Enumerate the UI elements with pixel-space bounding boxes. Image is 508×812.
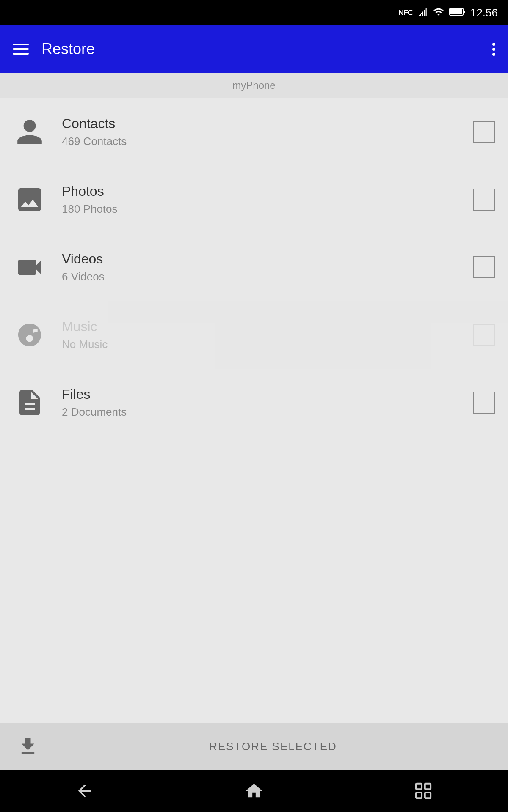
photos-text: Photos 180 Photos [62,184,458,216]
wifi-icon [432,6,445,19]
music-subtitle: No Music [62,338,458,351]
contacts-subtitle: 469 Contacts [62,135,458,148]
contacts-text: Contacts 469 Contacts [62,116,458,148]
svg-rect-5 [416,793,422,798]
music-checkbox [473,324,495,346]
list-item-photos: Photos 180 Photos [0,166,508,233]
list-item-contacts: Contacts 469 Contacts [0,98,508,166]
recents-button[interactable] [414,781,433,801]
more-options-button[interactable] [492,43,495,56]
photos-subtitle: 180 Photos [62,203,458,216]
svg-rect-6 [425,793,431,798]
download-icon [15,734,41,759]
device-label: myPhone [0,73,508,98]
photos-title: Photos [62,184,458,199]
svg-rect-3 [416,784,422,789]
contacts-checkbox[interactable] [473,121,495,143]
nfc-icon: NFC [398,8,413,17]
status-time: 12.56 [470,6,498,19]
contacts-title: Contacts [62,116,458,132]
photos-checkbox[interactable] [473,189,495,211]
app-bar: Restore [0,25,508,73]
files-subtitle: 2 Documents [62,406,458,419]
bottom-restore-bar[interactable]: RESTORE SELECTED [0,723,508,770]
videos-checkbox[interactable] [473,256,495,278]
menu-button[interactable] [13,44,29,55]
files-title: Files [62,387,458,402]
files-checkbox[interactable] [473,392,495,414]
svg-rect-4 [425,784,431,789]
list-item-videos: Videos 6 Videos [0,233,508,301]
video-icon [13,250,47,284]
status-bar: NFC 12.56 [0,0,508,25]
restore-selected-button[interactable]: RESTORE SELECTED [53,740,493,753]
page-title: Restore [41,40,480,58]
home-button[interactable] [244,781,264,801]
restore-list: Contacts 469 Contacts Photos 180 Photos … [0,98,508,436]
contact-icon [13,115,47,149]
music-text: Music No Music [62,319,458,351]
status-icons: NFC 12.56 [398,6,498,19]
signal-icon [417,6,428,19]
videos-text: Videos 6 Videos [62,251,458,283]
music-title: Music [62,319,458,335]
back-button[interactable] [75,781,94,801]
list-item-files: Files 2 Documents [0,369,508,436]
photo-icon [13,183,47,217]
device-name: myPhone [232,80,275,91]
videos-title: Videos [62,251,458,267]
videos-subtitle: 6 Videos [62,270,458,283]
nav-bar [0,770,508,812]
files-text: Files 2 Documents [62,387,458,419]
list-item-music: Music No Music [0,301,508,369]
svg-rect-2 [450,9,462,14]
music-icon [13,318,47,352]
battery-icon [449,6,466,19]
files-icon [13,386,47,420]
svg-rect-1 [463,11,465,13]
